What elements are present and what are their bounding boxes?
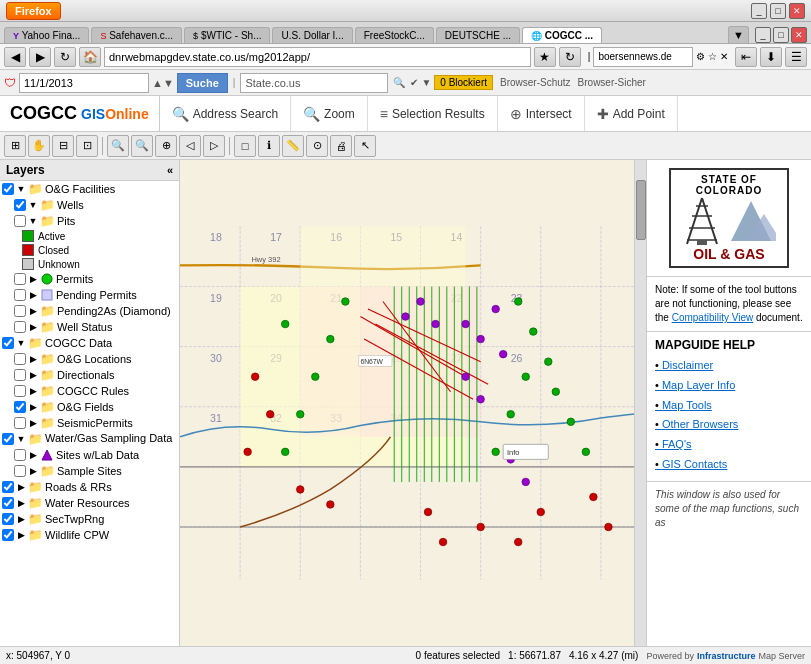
pits-checkbox[interactable]	[14, 215, 26, 227]
toolbar-grid-tool[interactable]: ⊞	[4, 135, 26, 157]
og-fields-checkbox[interactable]	[14, 401, 26, 413]
og-facilities-expand[interactable]: ▼	[16, 184, 26, 194]
suche-button[interactable]: Suche	[177, 73, 228, 93]
help-link-map-layer-info[interactable]: Map Layer Info	[655, 376, 803, 396]
layer-wildlife-cpw[interactable]: ▶ 📁 Wildlife CPW	[0, 527, 179, 543]
layers-collapse-icon[interactable]: «	[167, 164, 173, 176]
layer-seismic-permits[interactable]: ▶ 📁 SeismicPermits	[0, 415, 179, 431]
close-button[interactable]: ✕	[789, 3, 805, 19]
og-facilities-checkbox[interactable]	[2, 183, 14, 195]
layer-pits[interactable]: ▼ 📁 Pits	[0, 213, 179, 229]
water-gas-checkbox[interactable]	[2, 433, 14, 445]
directionals-expand[interactable]: ▶	[28, 370, 38, 380]
wells-expand[interactable]: ▼	[28, 200, 38, 210]
map-vertical-scrollbar[interactable]	[634, 160, 646, 646]
sectwprng-checkbox[interactable]	[2, 513, 14, 525]
toolbar-zoom-out-tool[interactable]: 🔍	[131, 135, 153, 157]
pending2as-expand[interactable]: ▶	[28, 306, 38, 316]
bookmark-button[interactable]: ★	[534, 47, 556, 67]
nav-menu[interactable]: ☰	[785, 47, 807, 67]
toolbar-cursor-tool[interactable]: ↖	[354, 135, 376, 157]
pending2as-checkbox[interactable]	[14, 305, 26, 317]
toolbar-next-extent-tool[interactable]: ▷	[203, 135, 225, 157]
toolbar-print-tool[interactable]: 🖨	[330, 135, 352, 157]
forward-button[interactable]: ▶	[29, 47, 51, 67]
layer-cogcc-data[interactable]: ▼ 📁 COGCC Data	[0, 335, 179, 351]
cogcc-data-checkbox[interactable]	[2, 337, 14, 349]
layer-pending-permits[interactable]: ▶ Pending Permits	[0, 287, 179, 303]
og-locations-checkbox[interactable]	[14, 353, 26, 365]
permits-checkbox[interactable]	[14, 273, 26, 285]
browser-minimize[interactable]: _	[755, 27, 771, 43]
toolbar-select-tool[interactable]: □	[234, 135, 256, 157]
sectwprng-expand[interactable]: ▶	[16, 514, 26, 524]
refresh2-button[interactable]: ↻	[559, 47, 581, 67]
toolbar-zoom-in-tool[interactable]: 🔍	[107, 135, 129, 157]
blocked-badge[interactable]: 0 Blockiert	[434, 75, 493, 90]
og-fields-expand[interactable]: ▶	[28, 402, 38, 412]
cogcc-rules-expand[interactable]: ▶	[28, 386, 38, 396]
cogcc-rules-checkbox[interactable]	[14, 385, 26, 397]
water-gas-expand[interactable]: ▼	[16, 434, 26, 444]
nav-home2[interactable]: ⇤	[735, 47, 757, 67]
well-status-expand[interactable]: ▶	[28, 322, 38, 332]
tab-freestockc[interactable]: FreeStockC...	[355, 27, 434, 43]
tab-cogcc[interactable]: 🌐 COGCC ...	[522, 27, 602, 43]
firefox-button[interactable]: Firefox	[6, 2, 61, 20]
help-link-map-tools[interactable]: Map Tools	[655, 396, 803, 416]
tab-more-button[interactable]: ▼	[728, 26, 749, 43]
toolbar-view-tool[interactable]: ⊙	[306, 135, 328, 157]
layer-directionals[interactable]: ▶ 📁 Directionals	[0, 367, 179, 383]
help-link-disclaimer[interactable]: Disclaimer	[655, 356, 803, 376]
toolbar-bookmark-tool[interactable]: ⊟	[52, 135, 74, 157]
nav-dl[interactable]: ⬇	[760, 47, 782, 67]
zoom-button[interactable]: 🔍 Zoom	[291, 96, 368, 131]
tab-deutsche[interactable]: DEUTSCHE ...	[436, 27, 520, 43]
help-link-gis-contacts[interactable]: GIS Contacts	[655, 455, 803, 475]
directionals-checkbox[interactable]	[14, 369, 26, 381]
tab-yahoo[interactable]: Y Yahoo Fina...	[4, 27, 89, 43]
sample-sites-checkbox[interactable]	[14, 465, 26, 477]
layer-well-status[interactable]: ▶ 📁 Well Status	[0, 319, 179, 335]
maximize-button[interactable]: □	[770, 3, 786, 19]
selection-results-button[interactable]: ≡ Selection Results	[368, 96, 498, 131]
tab-swtic[interactable]: $ $WTIC - Sh...	[184, 27, 270, 43]
seismic-permits-checkbox[interactable]	[14, 417, 26, 429]
toolbar-pan-tool[interactable]: ✋	[28, 135, 50, 157]
water-resources-checkbox[interactable]	[2, 497, 14, 509]
layer-cogcc-rules[interactable]: ▶ 📁 COGCC Rules	[0, 383, 179, 399]
reload-button[interactable]: ↻	[54, 47, 76, 67]
og-locations-expand[interactable]: ▶	[28, 354, 38, 364]
well-status-checkbox[interactable]	[14, 321, 26, 333]
map-scrollbar-thumb[interactable]	[636, 180, 646, 240]
layer-pending2as[interactable]: ▶ 📁 Pending2As (Diamond)	[0, 303, 179, 319]
sites-lab-checkbox[interactable]	[14, 449, 26, 461]
layer-sample-sites[interactable]: ▶ 📁 Sample Sites	[0, 463, 179, 479]
cogcc-data-expand[interactable]: ▼	[16, 338, 26, 348]
home-button[interactable]: 🏠	[79, 47, 101, 67]
toolbar-measure-tool[interactable]: 📏	[282, 135, 304, 157]
tab-usdollar[interactable]: U.S. Dollar I...	[272, 27, 352, 43]
map-area[interactable]: 18 17 16 15 14 19 20 21 22 23 30 29 28 2…	[180, 160, 646, 646]
pending-permits-expand[interactable]: ▶	[28, 290, 38, 300]
layer-og-fields[interactable]: ▶ 📁 O&G Fields	[0, 399, 179, 415]
tab-safehaven[interactable]: S Safehaven.c...	[91, 27, 182, 43]
minimize-button[interactable]: _	[751, 3, 767, 19]
add-point-button[interactable]: ✚ Add Point	[585, 96, 678, 131]
pits-expand[interactable]: ▼	[28, 216, 38, 226]
sites-lab-expand[interactable]: ▶	[28, 450, 38, 460]
help-link-faqs[interactable]: FAQ's	[655, 435, 803, 455]
wildlife-expand[interactable]: ▶	[16, 530, 26, 540]
date-search-input[interactable]	[19, 73, 149, 93]
compat-view-link[interactable]: Compatibility View	[672, 312, 754, 323]
layer-sectwprng[interactable]: ▶ 📁 SecTwpRng	[0, 511, 179, 527]
layer-og-facilities[interactable]: ▼ 📁 O&G Facilities	[0, 181, 179, 197]
layer-water-resources[interactable]: ▶ 📁 Water Resources	[0, 495, 179, 511]
address-bar[interactable]	[104, 47, 531, 67]
seismic-permits-expand[interactable]: ▶	[28, 418, 38, 428]
help-link-other-browsers[interactable]: Other Browsers	[655, 415, 803, 435]
pending-permits-checkbox[interactable]	[14, 289, 26, 301]
browser-close[interactable]: ✕	[791, 27, 807, 43]
toolbar-icon-tool2[interactable]: ⊡	[76, 135, 98, 157]
layer-og-locations[interactable]: ▶ 📁 O&G Locations	[0, 351, 179, 367]
